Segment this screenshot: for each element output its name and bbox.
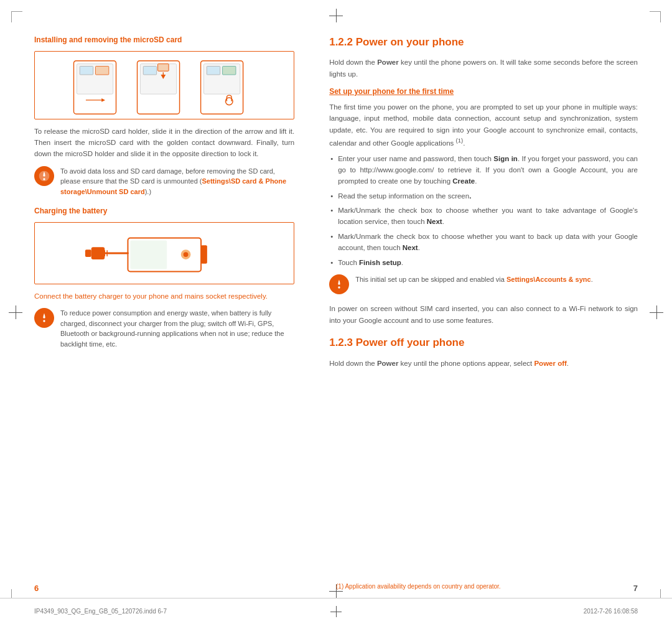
section2-body: Connect the battery charger to your phon…	[34, 291, 294, 302]
setup-body: The first time you power on the phone, y…	[329, 101, 638, 149]
note1-block: To avoid data loss and SD card damage, b…	[34, 166, 294, 197]
crosshair-right	[650, 305, 663, 319]
page-number-right: 7	[633, 584, 638, 593]
svg-point-26	[43, 320, 45, 322]
setup-subheading: Set up your phone for the first time	[329, 86, 638, 98]
wifi-body: In power on screen without SIM card inse…	[329, 303, 638, 326]
svg-rect-18	[201, 245, 207, 263]
note-sync-icon	[329, 274, 349, 294]
footer: IP4349_903_QG_Eng_GB_05_120726.indd 6-7 …	[0, 598, 672, 624]
power-on-body: Hold down the Power key until the phone …	[329, 57, 638, 80]
svg-rect-13	[222, 66, 235, 75]
heading-power-off: 1.2.3 Power off your phone	[329, 335, 638, 351]
svg-rect-21	[85, 249, 91, 257]
note2-text: To reduce power consumption and energy w…	[60, 308, 294, 349]
section1-title: Installing and removing the microSD card	[34, 34, 294, 46]
footer-crosshair	[330, 606, 342, 617]
footnote-text: (1) Application availability depends on …	[336, 583, 535, 590]
note2-icon	[34, 308, 54, 328]
note2-block: To reduce power consumption and energy w…	[34, 308, 294, 349]
svg-rect-2	[80, 66, 93, 75]
svg-point-16	[43, 178, 45, 180]
heading-power-on: 1.2.2 Power on your phone	[329, 34, 638, 50]
footer-file: IP4349_903_QG_Eng_GB_05_120726.indd 6-7	[34, 608, 167, 615]
right-column: 1.2.2 Power on your phone Hold down the …	[312, 34, 638, 587]
svg-rect-20	[91, 247, 105, 259]
microsd-image	[34, 51, 294, 119]
bullet-signin: Enter your user name and password, then …	[329, 154, 638, 187]
svg-point-25	[183, 252, 188, 257]
note-sync-text: This initial set up can be skipped and e…	[355, 274, 593, 285]
power-key-bold: Power	[377, 58, 399, 66]
note1-text: To avoid data loss and SD card damage, b…	[60, 166, 294, 197]
corner-tl	[11, 11, 22, 22]
crosshair-left	[9, 305, 22, 319]
left-column: Installing and removing the microSD card	[34, 34, 312, 587]
battery-image	[34, 222, 294, 284]
setup-bullets: Enter your user name and password, then …	[329, 154, 638, 268]
bullet-backup: Mark/Unmark the check box to choose whet…	[329, 231, 638, 254]
svg-rect-8	[157, 64, 168, 72]
bullet-read: Read the setup information on the screen…	[329, 191, 638, 202]
svg-rect-3	[95, 66, 108, 75]
accounts-sync-bold: Settings\Accounts & sync	[506, 276, 591, 283]
footer-date: 2012-7-26 16:08:58	[584, 608, 638, 615]
svg-rect-19	[130, 240, 167, 269]
section2-title: Charging the battery	[34, 205, 294, 217]
bullet-finish: Touch Finish setup.	[329, 258, 638, 269]
svg-point-27	[338, 287, 340, 289]
section1-body: To release the microSD card holder, slid…	[34, 126, 294, 160]
footnote-ref: (1)	[456, 137, 464, 144]
bullet-location: Mark/Unmark the check box to choose whet…	[329, 205, 638, 228]
svg-marker-4	[101, 98, 105, 102]
power-off-bold: Power off	[534, 360, 566, 367]
note1-bold: Settings\SD card & Phone storage\Unmount…	[60, 177, 286, 195]
note1-icon	[34, 166, 54, 186]
power-key-bold2: Power	[377, 360, 399, 367]
note-sync-block: This initial set up can be skipped and e…	[329, 274, 638, 294]
corner-tr	[650, 11, 661, 22]
svg-rect-7	[143, 66, 156, 75]
crosshair-top	[329, 9, 343, 22]
svg-rect-12	[207, 66, 220, 75]
page-number-left: 6	[34, 584, 39, 593]
power-off-body: Hold down the Power key until the phone …	[329, 358, 638, 369]
